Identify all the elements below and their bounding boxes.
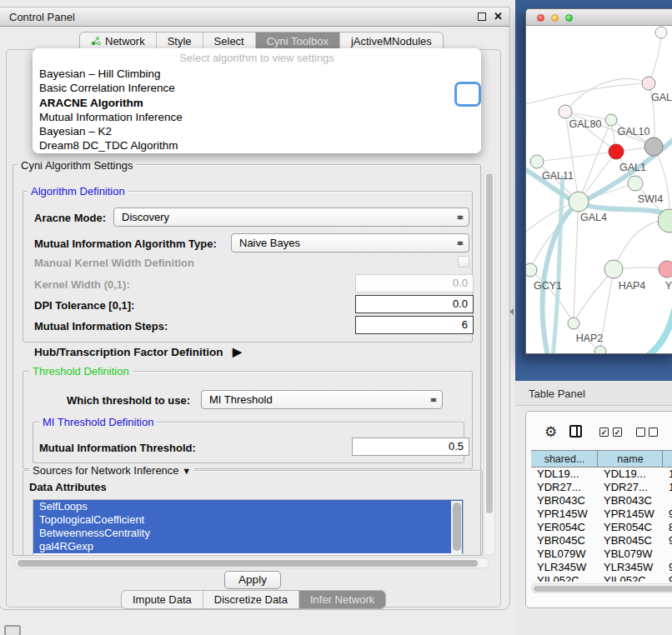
attributes-list-scrollbar[interactable] <box>451 501 462 556</box>
algorithm-option[interactable]: Bayesian – Hill Climbing <box>33 67 481 81</box>
inference-algorithm-combo-fragment[interactable] <box>454 82 481 107</box>
tab-network[interactable]: Network <box>80 32 156 49</box>
apply-button[interactable]: Apply <box>224 571 281 589</box>
table-row[interactable]: YLR345WYLR345W9. <box>531 561 672 574</box>
control-panel-window: Control Panel ✕ Network Style Select Cyn… <box>0 7 510 610</box>
settings-horizontal-scrollbar-thumb[interactable] <box>18 560 478 567</box>
network-graph[interactable]: GALGAL80GAL10GAL1GAL11SWI4GAL4GCY1HAP4YH… <box>526 26 672 354</box>
which-threshold-combo[interactable]: MI Threshold <box>201 390 443 409</box>
network-node-label: Y <box>665 280 672 292</box>
checkbox-checked-icon[interactable]: ✓ <box>599 428 609 437</box>
mi-steps-field[interactable]: 6 <box>355 316 474 334</box>
data-attribute-item[interactable]: BetweennessCentrality <box>33 527 463 540</box>
gear-icon[interactable]: ⚙ <box>544 423 557 440</box>
node-salmon[interactable] <box>659 261 672 278</box>
table-column-header[interactable]: A <box>663 451 672 467</box>
dropdown-placeholder: Select algorithm to view settings <box>33 52 481 67</box>
table-row[interactable]: YBR043CYBR043C <box>531 494 672 508</box>
tab-style[interactable]: Style <box>156 32 203 49</box>
node-bottom-green[interactable] <box>594 346 606 354</box>
tab-cyni-toolbox[interactable]: Cyni Toolbox <box>255 32 339 49</box>
mi-type-label: Mutual Information Algorithm Type: <box>34 238 217 250</box>
kernel-width-field[interactable]: 0.0 <box>355 274 474 292</box>
sources-collapse-arrow-icon[interactable]: ▼ <box>182 466 191 476</box>
data-attribute-item[interactable]: SelfLoops <box>33 500 463 513</box>
tab-discretize-data[interactable]: Discretize Data <box>203 591 298 608</box>
tab-select[interactable]: Select <box>203 32 255 49</box>
table-row[interactable]: YER054CYER054C8. <box>531 521 672 534</box>
attributes-list-scrollbar-thumb[interactable] <box>453 502 461 551</box>
algorithm-option[interactable]: Bayesian – K2 <box>33 124 481 138</box>
table-row[interactable]: YBL079WYBL079W <box>531 548 672 561</box>
mi-threshold-field[interactable]: 0.5 <box>352 438 469 456</box>
node-hap2[interactable] <box>568 318 579 329</box>
settings-horizontal-scrollbar[interactable] <box>14 558 489 568</box>
control-panel-title: Control Panel <box>9 11 75 23</box>
minimize-traffic-light[interactable] <box>551 14 559 22</box>
algorithm-option[interactable]: Basic Correlation Inference <box>33 81 481 95</box>
manual-kernel-checkbox[interactable] <box>458 256 469 268</box>
tab-infer-network-label: Infer Network <box>310 591 374 608</box>
algorithm-option[interactable]: ARACNE Algorithm <box>33 96 481 110</box>
tab-select-label: Select <box>214 32 244 50</box>
checkbox-checked-icon[interactable]: ✓ <box>613 428 622 437</box>
table-column-header[interactable]: shared... <box>531 451 598 467</box>
table-row[interactable]: YDR27...YDR27...12 <box>531 481 672 494</box>
close-traffic-light[interactable] <box>537 14 544 22</box>
algorithm-option[interactable]: Mutual Information Inference <box>33 110 481 124</box>
data-attribute-item[interactable]: TopologicalCoefficient <box>33 513 463 527</box>
settings-vertical-scrollbar-thumb[interactable] <box>486 173 493 513</box>
node-hap4[interactable] <box>604 260 623 278</box>
dpi-tolerance-field[interactable]: 0.0 <box>355 295 474 313</box>
data-attributes-list: SelfLoopsTopologicalCoefficientBetweenne… <box>33 499 464 556</box>
mi-threshold-group-title: MI Threshold Definition <box>39 416 157 428</box>
node-gcy1[interactable] <box>526 263 537 277</box>
table-panel-title: Table Panel <box>529 388 585 400</box>
data-attributes-label: Data Attributes <box>29 481 107 493</box>
aracne-mode-combo[interactable]: Discovery <box>113 208 469 227</box>
tab-infer-network[interactable]: Infer Network <box>298 591 385 608</box>
node-gal80[interactable] <box>559 105 572 118</box>
mi-type-combo[interactable]: Naive Bayes <box>231 233 469 252</box>
hub-expand-arrow-icon[interactable]: ▶ <box>233 345 242 358</box>
data-attribute-item[interactable]: gal4RGexp <box>33 540 463 553</box>
table-row[interactable]: YPR145WYPR145W9. <box>531 508 672 521</box>
table-row[interactable]: YDL19...YDL19...13 <box>531 468 672 481</box>
table-row[interactable]: YIL052CYIL052C9. <box>531 574 672 582</box>
checkbox-unchecked-icon[interactable] <box>636 428 645 437</box>
table-rows: YDL19...YDL19...13YDR27...YDR27...12YBR0… <box>531 468 672 582</box>
panel-splitter-handle[interactable] <box>506 308 514 315</box>
node-gal1[interactable] <box>628 176 643 191</box>
node-partial-top[interactable] <box>655 27 667 38</box>
tab-impute-data[interactable]: Impute Data <box>122 591 203 608</box>
table-cell: YDL19... <box>531 468 598 481</box>
float-window-icon[interactable] <box>478 12 486 21</box>
node-gal11[interactable] <box>530 155 544 168</box>
control-panel-tabs: Network Style Select Cyni Toolbox jActiv… <box>79 32 444 50</box>
close-window-icon[interactable]: ✕ <box>494 10 503 23</box>
table-row[interactable]: YBR045CYBR045C9. <box>531 534 672 548</box>
table-horizontal-scrollbar[interactable] <box>531 583 672 593</box>
table-cell <box>663 548 672 561</box>
node-gal10-gray[interactable] <box>644 138 663 156</box>
zoom-traffic-light[interactable] <box>565 14 573 22</box>
node-gal4[interactable] <box>569 192 589 212</box>
combo-arrows-icon <box>429 393 437 407</box>
combo-arrows-icon <box>456 237 464 250</box>
network-edge-highlighted <box>553 176 563 354</box>
tab-discretize-data-label: Discretize Data <box>214 591 288 608</box>
table-column-header[interactable]: name <box>598 451 663 467</box>
network-view-window: GALGAL80GAL10GAL1GAL11SWI4GAL4GCY1HAP4YH… <box>525 8 672 354</box>
corner-widget-icon[interactable] <box>4 625 21 635</box>
columns-icon[interactable] <box>569 425 582 438</box>
network-window-titlebar <box>526 9 672 26</box>
algorithm-option[interactable]: Dream8 DC_TDC Algorithm <box>33 138 481 152</box>
node-gal-pink[interactable] <box>642 77 655 90</box>
checkbox-unchecked-icon[interactable] <box>649 428 658 437</box>
tab-jactivemnodules[interactable]: jActiveMNodules <box>339 32 443 49</box>
node-red[interactable] <box>609 144 624 159</box>
table-cell: 8. <box>663 521 672 534</box>
table-horizontal-scrollbar-thumb[interactable] <box>534 586 672 592</box>
node-small-green[interactable] <box>605 114 617 126</box>
settings-vertical-scrollbar[interactable] <box>484 171 495 556</box>
